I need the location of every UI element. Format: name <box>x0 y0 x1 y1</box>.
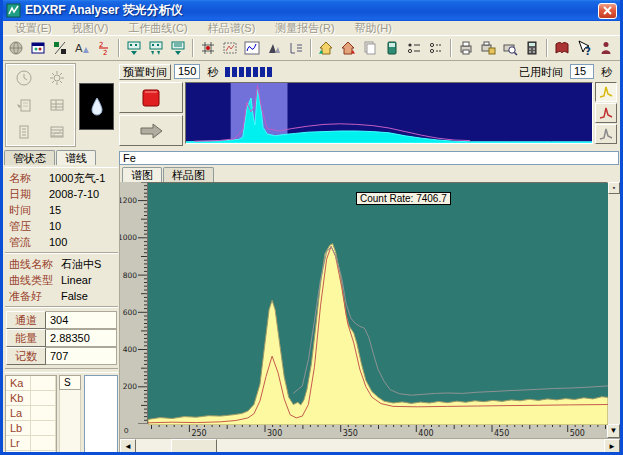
element-column-header[interactable]: S <box>59 375 81 390</box>
line-label: Le <box>6 451 31 455</box>
tab-spectral-lines[interactable]: 谱线 <box>56 150 96 165</box>
calculator-toolbar-button[interactable] <box>521 38 543 59</box>
font-scale-toolbar-button[interactable]: A <box>71 38 93 59</box>
hand-page-icon <box>15 96 33 114</box>
peak-red-button[interactable] <box>595 103 617 123</box>
home-import-toolbar-button[interactable] <box>315 38 337 59</box>
tube-table-button[interactable] <box>41 92 75 119</box>
spectrum-new-toolbar-button[interactable] <box>167 38 189 59</box>
emission-lines-area: Ka Kb La Lb Lr LeIn S <box>5 372 118 455</box>
preset-time-value[interactable]: 150 <box>174 64 200 79</box>
acquisition-area: 预置时间 150 秒 已用时间 15 秒 <box>3 61 620 149</box>
stop-button[interactable] <box>119 82 183 113</box>
spectrum-new-icon <box>170 40 186 56</box>
region-select-toolbar-button[interactable] <box>219 38 241 59</box>
start-button[interactable] <box>119 115 183 146</box>
hv-button[interactable] <box>41 65 75 92</box>
acquisition-row <box>117 81 618 147</box>
progress-block <box>239 67 244 77</box>
count-rate-label: Count Rate: 7406.7 <box>356 192 451 205</box>
peak-compare-toolbar-button[interactable] <box>263 38 285 59</box>
report-table-button[interactable] <box>41 118 75 145</box>
font-scale-icon: A <box>74 40 90 56</box>
x-axis-dropdown-button[interactable]: ▼ <box>607 424 620 438</box>
svg-text:600: 600 <box>123 308 138 317</box>
print-preview-toolbar-button[interactable] <box>499 38 521 59</box>
svg-text:250: 250 <box>191 429 206 438</box>
menu-item-view[interactable]: 视图(V) <box>66 21 123 36</box>
copy-stack-icon <box>362 40 378 56</box>
line-value: In <box>31 451 56 455</box>
line-value <box>31 391 56 405</box>
menu-item-help[interactable]: 帮助(H) <box>349 21 406 36</box>
toolbar-separator <box>192 39 194 57</box>
field-label: 曲线类型 <box>5 273 61 288</box>
elapsed-time-unit: 秒 <box>597 64 616 80</box>
menu-item-sample-spectrum[interactable]: 样品谱(S) <box>202 21 270 36</box>
option-list-2-toolbar-button[interactable] <box>425 38 447 59</box>
scrollbar-track[interactable] <box>136 439 604 453</box>
device-toolbar-button[interactable] <box>381 38 403 59</box>
cursor-row: 通道304 <box>6 311 117 329</box>
print-setup-toolbar-button[interactable] <box>477 38 499 59</box>
element-input[interactable]: Fe <box>119 151 619 165</box>
copy-stack-toolbar-button[interactable] <box>359 38 381 59</box>
spectrum-plot[interactable]: Count Rate: 7406.7 <box>147 182 607 424</box>
close-button[interactable] <box>598 3 617 19</box>
spectrum-save-toolbar-button[interactable] <box>123 38 145 59</box>
field-value: 304 <box>46 311 117 329</box>
tab-tube-status[interactable]: 管状态 <box>4 150 55 165</box>
left-tabs-row: 管状态 谱线 Fe <box>3 149 620 165</box>
exit-user-icon <box>598 40 614 56</box>
peak-gray-icon <box>599 127 613 141</box>
sphere-toolbar-button[interactable] <box>5 38 27 59</box>
scrollbar-thumb[interactable] <box>171 439 217 453</box>
cursor-info-group: 通道304 能量2.88350 记数707 <box>5 307 118 369</box>
ratio-toolbar-button[interactable] <box>49 38 71 59</box>
progress-block <box>253 67 258 77</box>
window-settings-toolbar-button[interactable] <box>27 38 49 59</box>
peak-yellow-button[interactable] <box>595 82 617 102</box>
preset-time-unit: 秒 <box>203 64 222 80</box>
tab-spectrum-chart[interactable]: 谱图 <box>122 167 162 182</box>
peak-list-toolbar-button[interactable] <box>285 38 307 59</box>
context-help-toolbar-button[interactable]: ? <box>573 38 595 59</box>
line-row: Kb <box>6 391 56 406</box>
exit-user-toolbar-button[interactable] <box>595 38 617 59</box>
device-icon <box>384 40 400 56</box>
sample-load-button[interactable] <box>7 92 41 119</box>
field-label: 通道 <box>6 311 46 329</box>
notes-button[interactable] <box>7 118 41 145</box>
svg-text:?: ? <box>585 46 591 56</box>
chart-tabs: 谱图 样品图 <box>120 165 620 182</box>
line-value <box>31 406 56 420</box>
tab-sample-chart[interactable]: 样品图 <box>163 167 214 182</box>
fraction-toolbar-button[interactable]: 22 <box>93 38 115 59</box>
svg-text:1000: 1000 <box>120 233 137 242</box>
sample-info-group: 名称1000充气-1 日期2008-7-10 时间15 管压10 管流100 <box>5 167 118 253</box>
region-select-icon <box>222 40 238 56</box>
scroll-right-button[interactable]: ► <box>604 439 620 453</box>
home-export-toolbar-button[interactable] <box>337 38 359 59</box>
element-listbox[interactable] <box>84 375 118 455</box>
menu-item-measure-report[interactable]: 测量报告(R) <box>269 21 348 36</box>
spectrum-save-icon <box>126 40 142 56</box>
help-book-toolbar-button[interactable] <box>551 38 573 59</box>
option-list-1-toolbar-button[interactable] <box>403 38 425 59</box>
chart-side-button[interactable]: ▪ <box>608 182 620 194</box>
menu-item-working-curve[interactable]: 工作曲线(C) <box>122 21 201 36</box>
spectrum-delete-toolbar-button[interactable] <box>145 38 167 59</box>
field-value: 707 <box>46 347 117 365</box>
menu-item-settings[interactable]: 设置(E) <box>9 21 66 36</box>
window-title: EDXRF Analyser 荧光分析仪 <box>25 2 598 19</box>
peak-gray-button[interactable] <box>595 124 617 144</box>
scroll-left-button[interactable]: ◄ <box>120 439 136 453</box>
toolbar-separator <box>118 39 120 57</box>
timer-button[interactable] <box>7 65 41 92</box>
window-settings-icon <box>30 40 46 56</box>
print-toolbar-button[interactable] <box>455 38 477 59</box>
peak-search-toolbar-button[interactable] <box>197 38 219 59</box>
smooth-curve-toolbar-button[interactable] <box>241 38 263 59</box>
progress-block <box>260 67 265 77</box>
spectrum-preview[interactable] <box>185 82 593 144</box>
